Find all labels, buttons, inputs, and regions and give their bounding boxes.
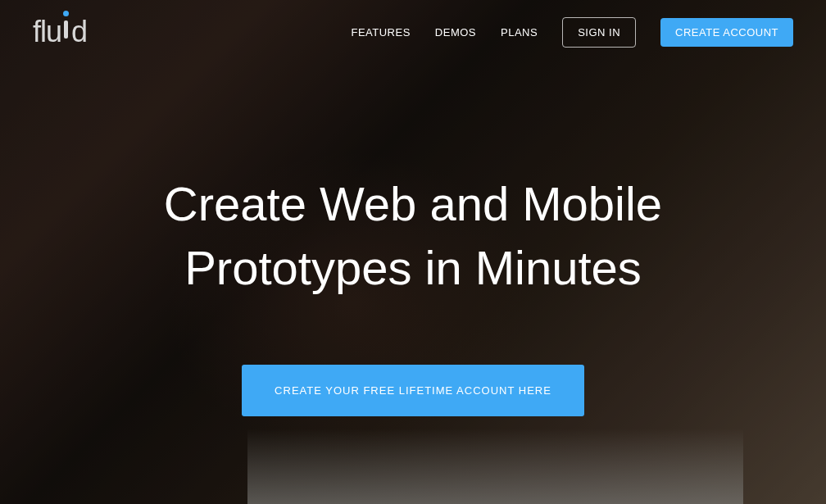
- brand-logo-text: flud: [33, 15, 87, 49]
- hero-cta-wrapper: CREATE YOUR FREE LIFETIME ACCOUNT HERE: [0, 365, 826, 416]
- sign-in-button[interactable]: SIGN IN: [562, 17, 636, 48]
- hero-title: Create Web and Mobile Prototypes in Minu…: [0, 172, 826, 301]
- navbar: flud FEATURES DEMOS PLANS SIGN IN CREATE…: [0, 0, 826, 49]
- brand-logo[interactable]: flud: [33, 15, 87, 49]
- hero-cta-button[interactable]: CREATE YOUR FREE LIFETIME ACCOUNT HERE: [242, 365, 584, 416]
- nav-link-plans[interactable]: PLANS: [501, 26, 538, 39]
- hero-content: Create Web and Mobile Prototypes in Minu…: [0, 49, 826, 416]
- nav-link-features[interactable]: FEATURES: [351, 26, 410, 39]
- nav-right: FEATURES DEMOS PLANS SIGN IN CREATE ACCO…: [351, 17, 793, 48]
- nav-link-demos[interactable]: DEMOS: [435, 26, 476, 39]
- create-account-button[interactable]: CREATE ACCOUNT: [660, 18, 793, 47]
